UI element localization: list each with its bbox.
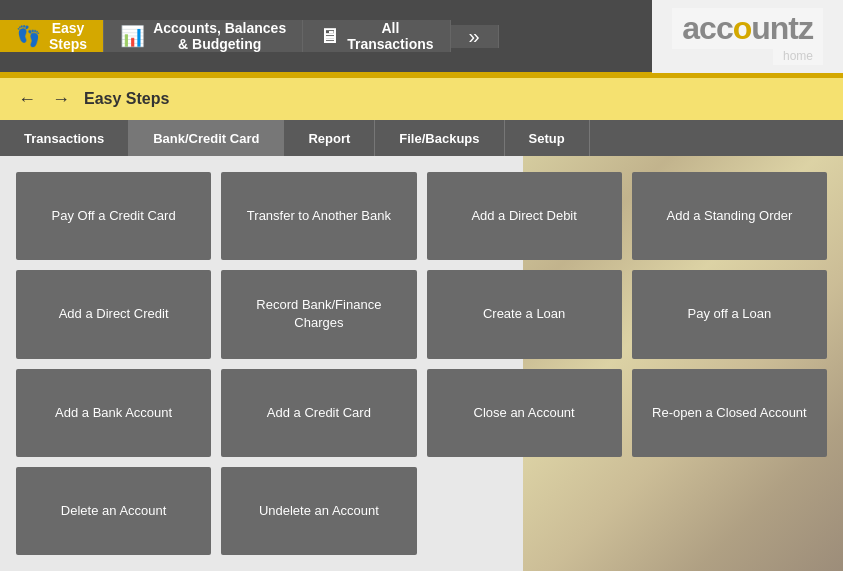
subtab-label-bank-credit: Bank/Credit Card	[153, 131, 259, 146]
subtab-file-backups[interactable]: File/Backups	[375, 120, 504, 156]
easy-steps-bar: ← → Easy Steps	[0, 78, 843, 120]
tab-transactions[interactable]: 🖥 All Transactions	[303, 20, 450, 52]
logo-sub: home	[773, 49, 823, 65]
tab-easy-steps[interactable]: 👣 Easy Steps	[0, 20, 104, 52]
accounts-icon: 📊	[120, 24, 145, 48]
tab-label-easy-steps: Easy Steps	[49, 20, 87, 52]
btn-pay-off-loan[interactable]: Pay off a Loan	[632, 270, 827, 358]
nav-tabs: 👣 Easy Steps 📊 Accounts, Balances & Budg…	[0, 20, 499, 52]
subtab-label-transactions: Transactions	[24, 131, 104, 146]
btn-empty-1	[427, 467, 622, 555]
tab-label-accounts: Accounts, Balances & Budgeting	[153, 20, 286, 52]
logo-wrapper: accountz home	[652, 0, 843, 73]
more-tabs-button[interactable]: »	[451, 25, 499, 48]
subtab-bank-credit[interactable]: Bank/Credit Card	[129, 120, 284, 156]
sub-tabs: Transactions Bank/Credit Card Report Fil…	[0, 120, 843, 156]
footsteps-icon: 👣	[16, 24, 41, 48]
easy-steps-title: Easy Steps	[84, 90, 169, 108]
btn-add-direct-debit[interactable]: Add a Direct Debit	[427, 172, 622, 260]
btn-record-bank-finance[interactable]: Record Bank/Finance Charges	[221, 270, 416, 358]
subtab-transactions[interactable]: Transactions	[0, 120, 129, 156]
btn-close-account[interactable]: Close an Account	[427, 369, 622, 457]
btn-add-direct-credit[interactable]: Add a Direct Credit	[16, 270, 211, 358]
subtab-setup[interactable]: Setup	[505, 120, 590, 156]
btn-delete-account[interactable]: Delete an Account	[16, 467, 211, 555]
btn-undelete-account[interactable]: Undelete an Account	[221, 467, 416, 555]
btn-add-standing-order[interactable]: Add a Standing Order	[632, 172, 827, 260]
subtab-label-setup: Setup	[529, 131, 565, 146]
logo: accountz	[672, 8, 823, 49]
subtab-label-report: Report	[308, 131, 350, 146]
button-grid: Pay Off a Credit Card Transfer to Anothe…	[0, 156, 843, 571]
forward-arrow[interactable]: →	[50, 89, 72, 110]
btn-add-bank-account[interactable]: Add a Bank Account	[16, 369, 211, 457]
btn-pay-off-credit-card[interactable]: Pay Off a Credit Card	[16, 172, 211, 260]
btn-transfer-another-bank[interactable]: Transfer to Another Bank	[221, 172, 416, 260]
btn-create-loan[interactable]: Create a Loan	[427, 270, 622, 358]
subtab-label-file-backups: File/Backups	[399, 131, 479, 146]
header: 👣 Easy Steps 📊 Accounts, Balances & Budg…	[0, 0, 843, 72]
tab-label-transactions: All Transactions	[347, 20, 433, 52]
back-arrow[interactable]: ←	[16, 89, 38, 110]
monitor-icon: 🖥	[319, 25, 339, 48]
tab-accounts[interactable]: 📊 Accounts, Balances & Budgeting	[104, 20, 303, 52]
subtab-report[interactable]: Report	[284, 120, 375, 156]
more-label: »	[469, 25, 480, 48]
main-content: Pay Off a Credit Card Transfer to Anothe…	[0, 156, 843, 571]
btn-empty-2	[632, 467, 827, 555]
btn-reopen-closed-account[interactable]: Re-open a Closed Account	[632, 369, 827, 457]
btn-add-credit-card[interactable]: Add a Credit Card	[221, 369, 416, 457]
